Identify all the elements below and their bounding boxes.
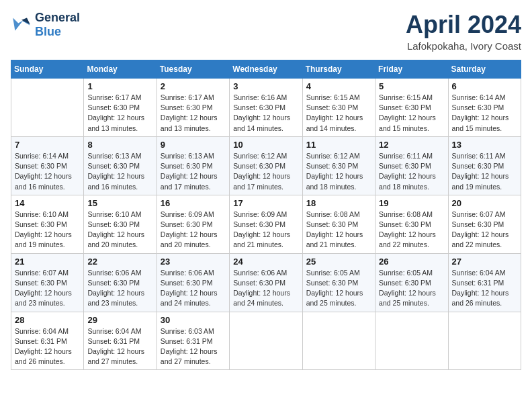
day-info: Sunrise: 6:05 AM Sunset: 6:30 PM Dayligh… xyxy=(306,268,371,309)
day-number: 9 xyxy=(161,140,226,150)
day-number: 2 xyxy=(161,81,226,91)
day-info: Sunrise: 6:13 AM Sunset: 6:30 PM Dayligh… xyxy=(87,151,152,192)
day-info: Sunrise: 6:03 AM Sunset: 6:31 PM Dayligh… xyxy=(161,326,226,367)
day-number: 30 xyxy=(161,315,226,325)
day-info: Sunrise: 6:05 AM Sunset: 6:30 PM Dayligh… xyxy=(379,268,444,309)
day-number: 11 xyxy=(306,140,371,150)
title-block: April 2024 Lafokpokaha, Ivory Coast xyxy=(406,11,521,52)
day-number: 18 xyxy=(306,198,371,208)
day-number: 26 xyxy=(379,257,444,267)
calendar-week-row: 21Sunrise: 6:07 AM Sunset: 6:30 PM Dayli… xyxy=(11,253,521,312)
calendar-cell: 26Sunrise: 6:05 AM Sunset: 6:30 PM Dayli… xyxy=(375,253,448,312)
day-number: 6 xyxy=(452,81,517,91)
calendar-cell: 4Sunrise: 6:15 AM Sunset: 6:30 PM Daylig… xyxy=(302,79,375,137)
calendar-cell: 13Sunrise: 6:11 AM Sunset: 6:30 PM Dayli… xyxy=(448,136,521,195)
day-info: Sunrise: 6:17 AM Sunset: 6:30 PM Dayligh… xyxy=(161,93,226,134)
day-number: 16 xyxy=(161,198,226,208)
day-info: Sunrise: 6:11 AM Sunset: 6:30 PM Dayligh… xyxy=(452,151,517,192)
calendar-cell: 23Sunrise: 6:06 AM Sunset: 6:30 PM Dayli… xyxy=(157,253,229,312)
calendar-cell: 25Sunrise: 6:05 AM Sunset: 6:30 PM Dayli… xyxy=(302,253,375,312)
day-number: 28 xyxy=(15,315,80,325)
calendar-cell: 22Sunrise: 6:06 AM Sunset: 6:30 PM Dayli… xyxy=(84,253,157,312)
day-of-week-header: Thursday xyxy=(302,60,375,79)
calendar-cell xyxy=(302,312,375,370)
calendar-table: SundayMondayTuesdayWednesdayThursdayFrid… xyxy=(11,60,521,370)
calendar-header-row: SundayMondayTuesdayWednesdayThursdayFrid… xyxy=(11,60,521,79)
day-info: Sunrise: 6:10 AM Sunset: 6:30 PM Dayligh… xyxy=(15,210,80,250)
day-info: Sunrise: 6:07 AM Sunset: 6:30 PM Dayligh… xyxy=(452,210,517,250)
day-info: Sunrise: 6:15 AM Sunset: 6:30 PM Dayligh… xyxy=(379,93,444,134)
calendar-cell: 1Sunrise: 6:17 AM Sunset: 6:30 PM Daylig… xyxy=(84,79,157,137)
day-number: 5 xyxy=(379,81,444,91)
day-of-week-header: Wednesday xyxy=(230,60,302,79)
calendar-week-row: 7Sunrise: 6:14 AM Sunset: 6:30 PM Daylig… xyxy=(11,136,521,195)
logo-icon xyxy=(11,15,32,34)
calendar-subtitle: Lafokpokaha, Ivory Coast xyxy=(406,40,521,52)
day-info: Sunrise: 6:04 AM Sunset: 6:31 PM Dayligh… xyxy=(452,268,517,309)
day-info: Sunrise: 6:14 AM Sunset: 6:30 PM Dayligh… xyxy=(15,151,80,192)
day-info: Sunrise: 6:07 AM Sunset: 6:30 PM Dayligh… xyxy=(15,268,80,309)
day-of-week-header: Tuesday xyxy=(157,60,229,79)
calendar-cell: 8Sunrise: 6:13 AM Sunset: 6:30 PM Daylig… xyxy=(84,136,157,195)
calendar-cell: 9Sunrise: 6:13 AM Sunset: 6:30 PM Daylig… xyxy=(157,136,229,195)
day-number: 3 xyxy=(233,81,298,91)
day-info: Sunrise: 6:12 AM Sunset: 6:30 PM Dayligh… xyxy=(233,151,298,192)
day-of-week-header: Friday xyxy=(375,60,448,79)
day-number: 4 xyxy=(306,81,371,91)
calendar-cell xyxy=(375,312,448,370)
day-info: Sunrise: 6:16 AM Sunset: 6:30 PM Dayligh… xyxy=(233,93,298,134)
day-info: Sunrise: 6:15 AM Sunset: 6:30 PM Dayligh… xyxy=(306,93,371,134)
calendar-cell: 14Sunrise: 6:10 AM Sunset: 6:30 PM Dayli… xyxy=(11,195,84,253)
calendar-cell: 12Sunrise: 6:11 AM Sunset: 6:30 PM Dayli… xyxy=(375,136,448,195)
calendar-cell: 28Sunrise: 6:04 AM Sunset: 6:31 PM Dayli… xyxy=(11,312,84,370)
calendar-cell: 21Sunrise: 6:07 AM Sunset: 6:30 PM Dayli… xyxy=(11,253,84,312)
calendar-title: April 2024 xyxy=(406,11,521,39)
day-info: Sunrise: 6:06 AM Sunset: 6:30 PM Dayligh… xyxy=(161,268,226,309)
day-info: Sunrise: 6:09 AM Sunset: 6:30 PM Dayligh… xyxy=(161,210,226,250)
day-info: Sunrise: 6:08 AM Sunset: 6:30 PM Dayligh… xyxy=(306,210,371,250)
calendar-cell: 27Sunrise: 6:04 AM Sunset: 6:31 PM Dayli… xyxy=(448,253,521,312)
calendar-cell: 24Sunrise: 6:06 AM Sunset: 6:30 PM Dayli… xyxy=(230,253,302,312)
day-of-week-header: Saturday xyxy=(448,60,521,79)
day-number: 10 xyxy=(233,140,298,150)
day-info: Sunrise: 6:13 AM Sunset: 6:30 PM Dayligh… xyxy=(161,151,226,192)
day-info: Sunrise: 6:06 AM Sunset: 6:30 PM Dayligh… xyxy=(233,268,298,309)
calendar-cell: 17Sunrise: 6:09 AM Sunset: 6:30 PM Dayli… xyxy=(230,195,302,253)
day-of-week-header: Sunday xyxy=(11,60,84,79)
day-of-week-header: Monday xyxy=(84,60,157,79)
calendar-cell: 15Sunrise: 6:10 AM Sunset: 6:30 PM Dayli… xyxy=(84,195,157,253)
calendar-week-row: 28Sunrise: 6:04 AM Sunset: 6:31 PM Dayli… xyxy=(11,312,521,370)
day-info: Sunrise: 6:17 AM Sunset: 6:30 PM Dayligh… xyxy=(87,93,152,134)
day-number: 27 xyxy=(452,257,517,267)
logo: General Blue xyxy=(11,11,80,38)
calendar-cell: 16Sunrise: 6:09 AM Sunset: 6:30 PM Dayli… xyxy=(157,195,229,253)
day-number: 22 xyxy=(87,257,152,267)
day-number: 29 xyxy=(87,315,152,325)
day-info: Sunrise: 6:10 AM Sunset: 6:30 PM Dayligh… xyxy=(87,210,152,250)
day-number: 24 xyxy=(233,257,298,267)
day-info: Sunrise: 6:12 AM Sunset: 6:30 PM Dayligh… xyxy=(306,151,371,192)
calendar-cell: 19Sunrise: 6:08 AM Sunset: 6:30 PM Dayli… xyxy=(375,195,448,253)
calendar-cell: 29Sunrise: 6:04 AM Sunset: 6:31 PM Dayli… xyxy=(84,312,157,370)
calendar-cell: 10Sunrise: 6:12 AM Sunset: 6:30 PM Dayli… xyxy=(230,136,302,195)
day-info: Sunrise: 6:04 AM Sunset: 6:31 PM Dayligh… xyxy=(15,326,80,367)
calendar-cell: 5Sunrise: 6:15 AM Sunset: 6:30 PM Daylig… xyxy=(375,79,448,137)
calendar-cell xyxy=(230,312,302,370)
day-number: 21 xyxy=(15,257,80,267)
day-number: 20 xyxy=(452,198,517,208)
calendar-cell: 30Sunrise: 6:03 AM Sunset: 6:31 PM Dayli… xyxy=(157,312,229,370)
calendar-cell xyxy=(448,312,521,370)
logo-text: General Blue xyxy=(35,11,80,38)
day-number: 8 xyxy=(87,140,152,150)
calendar-cell: 2Sunrise: 6:17 AM Sunset: 6:30 PM Daylig… xyxy=(157,79,229,137)
calendar-week-row: 1Sunrise: 6:17 AM Sunset: 6:30 PM Daylig… xyxy=(11,79,521,137)
page-header: General Blue April 2024 Lafokpokaha, Ivo… xyxy=(11,11,521,52)
day-number: 15 xyxy=(87,198,152,208)
calendar-cell: 7Sunrise: 6:14 AM Sunset: 6:30 PM Daylig… xyxy=(11,136,84,195)
day-info: Sunrise: 6:08 AM Sunset: 6:30 PM Dayligh… xyxy=(379,210,444,250)
calendar-cell: 3Sunrise: 6:16 AM Sunset: 6:30 PM Daylig… xyxy=(230,79,302,137)
day-number: 19 xyxy=(379,198,444,208)
day-number: 12 xyxy=(379,140,444,150)
day-number: 23 xyxy=(161,257,226,267)
calendar-week-row: 14Sunrise: 6:10 AM Sunset: 6:30 PM Dayli… xyxy=(11,195,521,253)
